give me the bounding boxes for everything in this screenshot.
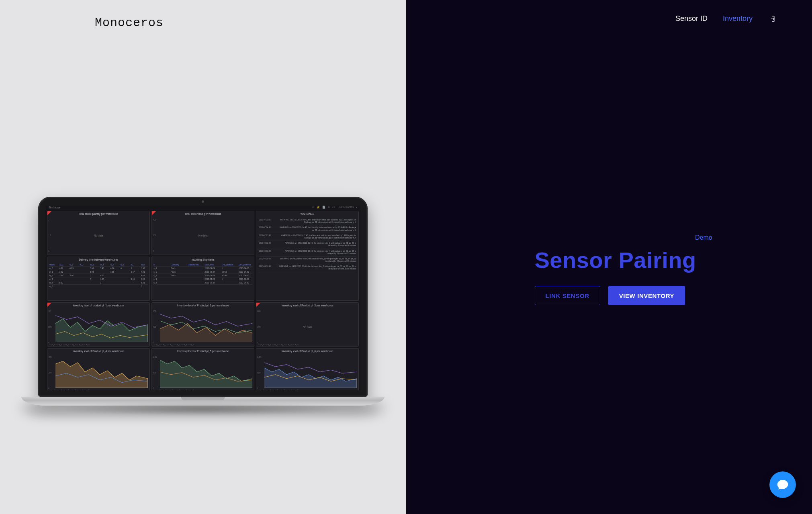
card-title: Inventory level of Product pt_3 per ware… <box>256 303 358 308</box>
laptop-mockup: Zimbabwe ⟳⭐📄⚙🖵 Last 6 months▾ Total stoc… <box>38 197 368 406</box>
card-title: Inventory level of product pt_1 per ware… <box>47 303 149 308</box>
warning-row: 2020-04 03:40WARNING: on 04/22/2020, 03:… <box>259 249 356 257</box>
card-title: Total stock quantity per Warehouse <box>47 211 149 216</box>
card-title: Inventory level of Product pt_6 per ware… <box>256 349 358 354</box>
card-title: Delivery time between warehouses <box>47 257 149 262</box>
warning-row: 2020-04 02:40WARNING: on 04/21/2020, 02:… <box>259 241 356 249</box>
card-incoming: Incoming Shipments idCompanyTransportati… <box>151 257 254 301</box>
table-row: s_0Truck2020-04-24 17:00:0012020-04-30 1… <box>153 267 252 270</box>
top-nav: Sensor ID Inventory <box>675 14 776 23</box>
card-stock-value: Total stock value per Warehouse 4002000 … <box>151 211 254 255</box>
dashboard-topbar: Zimbabwe ⟳⭐📄⚙🖵 Last 6 months▾ <box>45 206 360 209</box>
laptop-camera <box>202 200 204 203</box>
table-row: w_04.874.933.933.964.06453.97 <box>49 267 148 270</box>
dashboard-toolbar-icons: ⟳⭐📄⚙🖵 Last 6 months▾ <box>310 206 357 209</box>
logout-icon[interactable] <box>768 15 776 23</box>
hero: Demo Sensor Pairing LINK SENSOR VIEW INV… <box>535 247 696 305</box>
table-row: s_32020-04-2412020-04-30 <box>153 277 252 281</box>
left-panel: Monoceros Zimbabwe ⟳⭐📄⚙🖵 Last 6 months▾ <box>0 0 406 514</box>
card-title: Inventory level of Product pt_2 per ware… <box>152 303 254 308</box>
table-row: s_1Plane2020-04-2410.932020-04-30 <box>153 270 252 274</box>
card-title: Inventory level of Product pt_5 per ware… <box>152 349 254 354</box>
card-title: Inventory level of Product pt_4 per ware… <box>47 349 149 354</box>
card-inv-b1: Inventory level of Product pt_4 per ware… <box>47 348 150 390</box>
warning-row: 2019-07 14:40WARNING: on 07/07/2019, 14:… <box>259 225 356 233</box>
page-title: Sensor Pairing <box>535 247 696 273</box>
no-data-label: No data <box>152 216 254 255</box>
table-row: w_50 <box>49 285 148 288</box>
nav-sensor-id[interactable]: Sensor ID <box>675 14 708 23</box>
warning-row: 2019-07 21:40WARNING: on 07/08/2019, 21:… <box>259 233 356 241</box>
link-sensor-button[interactable]: LINK SENSOR <box>535 286 600 305</box>
table-row: s_2Truck2020-04-2441.962020-04-30 <box>153 274 252 277</box>
card-stock-qty: Total stock quantity per Warehouse 21.51… <box>47 211 150 255</box>
card-title: WARNINGS <box>256 211 358 216</box>
card-title: Total stock value per Warehouse <box>152 211 254 216</box>
dashboard-screen: Zimbabwe ⟳⭐📄⚙🖵 Last 6 months▾ Total stoc… <box>45 206 360 390</box>
chat-launcher-button[interactable] <box>769 471 796 498</box>
dashboard-title: Zimbabwe <box>49 206 60 209</box>
table-row: w_22.993.0404.064.03 <box>49 274 148 277</box>
table-row: w_45.0705.01 <box>49 281 148 285</box>
no-data-label: No data <box>256 308 358 346</box>
right-panel: Sensor ID Inventory Demo Sensor Pairing … <box>406 0 812 514</box>
brand-logo: Monoceros <box>95 16 164 30</box>
card-delivery: Delivery time between warehouses Metricw… <box>47 257 150 301</box>
table-row: s_42020-04-242020-04-30 <box>153 281 252 285</box>
card-inv-b2: Inventory level of Product pt_5 per ware… <box>151 348 254 390</box>
table-row: w_304.089.454.06 <box>49 277 148 281</box>
demo-badge: Demo <box>695 234 712 241</box>
no-data-label: No data <box>47 216 149 255</box>
view-inventory-button[interactable]: VIEW INVENTORY <box>608 286 685 305</box>
table-row: w_13.923.983.962.174.01 <box>49 270 148 274</box>
card-inv-b3: Inventory level of Product pt_6 per ware… <box>256 348 359 390</box>
card-inv-a2: Inventory level of Product pt_2 per ware… <box>151 302 254 347</box>
warning-row: 2020-04 05:00WARNING: on 04/22/2020, 05:… <box>259 257 356 264</box>
card-title: Incoming Shipments <box>152 257 254 262</box>
warning-row: 2019-07 03:42WARNING: on 07/07/2019, 03:… <box>259 218 356 225</box>
card-inv-a1: Inventory level of product pt_1 per ware… <box>47 302 150 347</box>
card-inv-a3: Inventory level of Product pt_3 per ware… <box>256 302 359 347</box>
warning-row: 2020-04 06:40WARNING: on 04/22/2020, 06:… <box>259 264 356 272</box>
card-warnings: WARNINGS 2019-07 03:42WARNING: on 07/07/… <box>256 211 359 301</box>
nav-inventory[interactable]: Inventory <box>723 14 753 23</box>
